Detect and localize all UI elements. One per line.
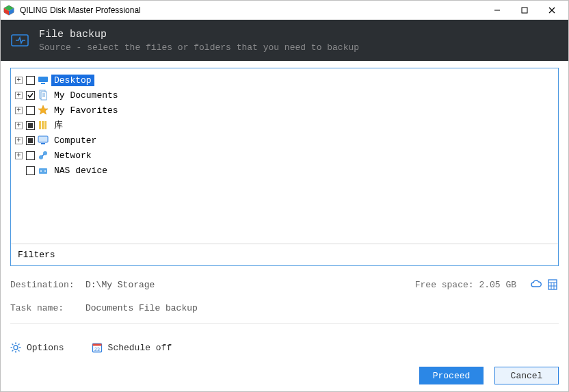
file-backup-icon xyxy=(10,31,29,50)
main-panel: +Desktop+My Documents+My Favorites+库+Com… xyxy=(1,61,568,334)
expand-icon[interactable]: + xyxy=(15,152,23,159)
expand-icon[interactable]: + xyxy=(15,137,23,144)
titlebar: QILING Disk Master Professional xyxy=(1,1,568,20)
expand-icon[interactable]: + xyxy=(15,92,23,99)
proceed-button[interactable]: Proceed xyxy=(419,367,484,384)
svg-rect-9 xyxy=(38,77,48,82)
tree-item-label: Network xyxy=(51,150,94,161)
source-tree[interactable]: +Desktop+My Documents+My Favorites+库+Com… xyxy=(11,68,558,244)
tree-item[interactable]: +Network xyxy=(15,148,554,163)
expand-icon[interactable]: + xyxy=(15,77,23,84)
tree-item-label: Desktop xyxy=(51,75,94,86)
documents-icon xyxy=(38,90,49,101)
window-title: QILING Disk Master Professional xyxy=(20,5,141,15)
svg-rect-12 xyxy=(41,92,47,100)
expand-icon[interactable]: + xyxy=(15,107,23,114)
page-subtitle: Source - select the files or folders tha… xyxy=(39,42,359,53)
svg-point-33 xyxy=(14,345,18,350)
tree-item[interactable]: +库 xyxy=(15,118,554,133)
svg-point-26 xyxy=(40,170,42,172)
svg-text:23: 23 xyxy=(94,347,100,352)
svg-line-41 xyxy=(12,350,14,352)
options-row: Options 23 Schedule off xyxy=(1,334,568,361)
page-title: File backup xyxy=(39,29,359,40)
checkbox[interactable] xyxy=(26,166,35,175)
tree-item-label: NAS device xyxy=(51,165,110,177)
svg-rect-19 xyxy=(44,121,47,129)
schedule-label: Schedule off xyxy=(108,343,172,353)
svg-rect-10 xyxy=(41,83,45,84)
checkbox[interactable] xyxy=(26,151,35,160)
page-header: File backup Source - select the files or… xyxy=(1,20,568,61)
task-name-value[interactable]: Documents File backup xyxy=(85,303,198,313)
separator xyxy=(10,323,559,324)
calc-space-icon[interactable] xyxy=(546,278,559,291)
destination-row: Destination: D:\My Storage Free space: 2… xyxy=(10,278,559,291)
maximize-button[interactable] xyxy=(511,1,538,20)
task-name-row: Task name: Documents File backup xyxy=(10,303,559,313)
checkbox[interactable] xyxy=(26,76,35,85)
footer: Proceed Cancel xyxy=(1,361,568,391)
options-link[interactable]: Options xyxy=(10,342,64,353)
schedule-link[interactable]: 23 Schedule off xyxy=(92,342,172,353)
checkbox[interactable] xyxy=(26,121,35,130)
open-cloud-icon[interactable] xyxy=(530,278,542,291)
svg-rect-18 xyxy=(42,121,44,129)
calendar-icon: 23 xyxy=(92,342,103,353)
checkbox[interactable] xyxy=(26,136,35,145)
svg-rect-20 xyxy=(38,136,48,142)
desktop-icon xyxy=(38,75,49,86)
svg-rect-28 xyxy=(548,280,557,289)
tree-item[interactable]: +Desktop xyxy=(15,73,554,88)
network-icon xyxy=(38,150,49,161)
svg-rect-5 xyxy=(522,8,527,13)
expand-icon[interactable]: + xyxy=(15,122,23,129)
minimize-button[interactable] xyxy=(484,1,511,20)
checkbox[interactable] xyxy=(26,91,35,100)
star-icon xyxy=(38,105,49,116)
svg-line-39 xyxy=(18,350,20,352)
tree-item[interactable]: +Computer xyxy=(15,133,554,148)
svg-rect-17 xyxy=(39,121,41,129)
svg-line-40 xyxy=(18,344,20,345)
filters-link[interactable]: Filters xyxy=(11,244,558,265)
library-icon xyxy=(38,120,49,131)
svg-rect-43 xyxy=(92,344,101,346)
destination-label: Destination: xyxy=(10,280,85,290)
source-tree-box: +Desktop+My Documents+My Favorites+库+Com… xyxy=(10,68,559,266)
checkbox[interactable] xyxy=(26,106,35,115)
tree-item-label: Computer xyxy=(51,135,99,146)
svg-line-24 xyxy=(42,155,44,157)
expand-icon xyxy=(15,167,23,174)
svg-line-38 xyxy=(12,344,14,345)
task-name-label: Task name: xyxy=(10,303,85,313)
options-label: Options xyxy=(27,343,64,353)
svg-marker-16 xyxy=(38,105,48,114)
computer-icon xyxy=(38,135,49,146)
tree-item[interactable]: NAS device xyxy=(15,163,554,178)
tree-item[interactable]: +My Documents xyxy=(15,88,554,103)
svg-rect-25 xyxy=(39,168,47,174)
app-window: QILING Disk Master Professional File bac… xyxy=(0,0,569,392)
tree-item-label: My Documents xyxy=(51,90,121,101)
tree-item-label: My Favorites xyxy=(51,105,121,116)
nas-icon xyxy=(38,165,49,176)
app-icon xyxy=(3,5,14,16)
cancel-button[interactable]: Cancel xyxy=(494,367,559,384)
tree-item[interactable]: +My Favorites xyxy=(15,103,554,118)
destination-value[interactable]: D:\My Storage xyxy=(85,280,155,290)
gear-icon xyxy=(10,342,21,353)
free-space-label: Free space: 2.05 GB xyxy=(415,280,516,290)
tree-item-label: 库 xyxy=(51,118,66,132)
svg-point-27 xyxy=(44,170,46,172)
svg-rect-21 xyxy=(41,143,45,144)
close-button[interactable] xyxy=(538,1,566,20)
